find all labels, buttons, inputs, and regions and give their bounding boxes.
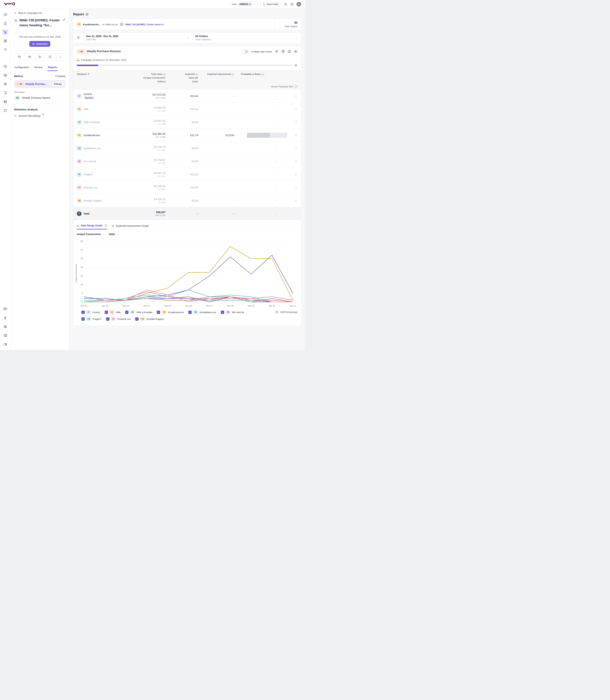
row-menu-icon[interactable]: [294, 199, 298, 202]
tab-expected-improvement-graph[interactable]: Expected Improvement Graph: [112, 224, 149, 229]
health-heart-icon[interactable]: [275, 50, 278, 53]
checkbox-checked-icon[interactable]: ✓: [188, 311, 192, 314]
row-menu-icon[interactable]: [294, 134, 298, 137]
user-avatar[interactable]: [296, 2, 301, 6]
legend-item-v2[interactable]: ✓V2Hilfe & Kontakt: [125, 310, 152, 314]
checkbox-checked-icon[interactable]: ✓: [106, 317, 109, 321]
metric-name[interactable]: Shopify Purchase Revenue: [87, 50, 121, 53]
sidebar-item-browser-history[interactable]: [2, 333, 9, 338]
info-icon[interactable]: ?: [295, 85, 298, 88]
graph-metric-dropdown[interactable]: Unique Conversions: [77, 233, 104, 236]
in-depth-toggle[interactable]: [242, 50, 248, 53]
table-row-v6[interactable]: V6Fragen? €6,657.7025 / 553 €12.04 - -: [73, 168, 301, 181]
row-menu-icon[interactable]: [294, 95, 298, 97]
tab-date-range-graph[interactable]: Date Range Graph?: [77, 224, 107, 229]
screen-rollout-icon: [3, 91, 7, 95]
gear-icon[interactable]: [294, 50, 298, 53]
account-switcher[interactable]: Inne #996036: [230, 1, 258, 7]
sidebar-item-settings[interactable]: [2, 324, 9, 329]
sidebar-item-personalize[interactable]: [2, 38, 9, 44]
table-row-v1[interactable]: V1Hilfe €3,954.3016 / 380 €10.41 - -: [73, 103, 301, 116]
copy-icon[interactable]: [249, 3, 251, 5]
play-circle-icon[interactable]: [85, 13, 89, 16]
legend-item-v4[interactable]: ✓V4Kontaktiere uns: [188, 310, 216, 314]
history-button[interactable]: [45, 53, 55, 60]
row-menu-icon[interactable]: [294, 173, 298, 176]
sidebar-item-deploy[interactable]: [2, 64, 9, 69]
legend-item-v8[interactable]: ✓V8Kontakt-Support: [135, 317, 164, 321]
info-icon[interactable]: ?: [261, 74, 264, 76]
row-menu-icon[interactable]: [294, 186, 298, 189]
back-to-campaigns-link[interactable]: Back to campaigns list: [14, 12, 65, 14]
row-menu-icon[interactable]: [294, 147, 298, 150]
sidebar-item-rollouts[interactable]: [2, 90, 9, 96]
sidebar-item-collapse-panel[interactable]: [2, 342, 9, 347]
sidebar-item-dashboard[interactable]: [2, 12, 9, 17]
pie-chart-icon[interactable]: [281, 50, 285, 53]
table-row-v2[interactable]: V2Hilfe & Kontakt €2,641.309 / 398 €6.64…: [73, 116, 301, 129]
sidebar-item-data[interactable]: [2, 99, 9, 105]
need-help-button[interactable]: Need Help?: [261, 2, 281, 7]
graph-interval-dropdown[interactable]: Daily: [109, 233, 118, 236]
table-row-control[interactable]: CControlBaseline €27,072.20112 / 2,592 €…: [73, 90, 301, 103]
date-filter[interactable]: Nov 21, 2025 - Dec 01, 2025 Date Filter: [83, 33, 192, 43]
legend-item-v6[interactable]: ✓V6Fragen?: [81, 317, 101, 321]
more-options-button[interactable]: [55, 53, 65, 60]
checkbox-checked-icon[interactable]: ✓: [105, 311, 108, 314]
secondary-metric-item[interactable]: M2 Shopify Checkout Started: [14, 95, 65, 100]
archive-button[interactable]: [14, 53, 25, 60]
checkbox-checked-icon[interactable]: ✓: [125, 311, 128, 314]
tab-reports[interactable]: Reports: [47, 64, 58, 71]
activity-pulse-icon[interactable]: [284, 2, 287, 6]
unarchive-button[interactable]: Unarchive: [29, 41, 50, 47]
email-report-button[interactable]: [25, 53, 35, 60]
bell-icon[interactable]: [290, 2, 294, 6]
sidebar-item-quick-actions[interactable]: [2, 315, 9, 321]
row-menu-icon[interactable]: [294, 121, 298, 124]
checkbox-checked-icon[interactable]: ✓: [135, 317, 139, 321]
tab-configuration[interactable]: Configuration: [14, 64, 30, 71]
table-row-v8[interactable]: V8Kontakt-Support €4,934.7019 / 532 €9.2…: [73, 194, 301, 207]
sidebar-item-campaign-cards[interactable]: [2, 73, 9, 78]
table-row-v3[interactable]: V3Kundenservice €32,992.40132 / 2,589 €1…: [73, 129, 301, 142]
checkbox-checked-icon[interactable]: ✓: [221, 311, 224, 314]
sidebar-item-goals[interactable]: [2, 81, 9, 87]
primary-metric-item[interactable]: M1 Shopify Purchas... Primary: [14, 80, 65, 88]
table-row-v7[interactable]: V7Erreiche uns €4,198.9017 / 383 €10.96 …: [73, 181, 301, 194]
info-icon[interactable]: ?: [195, 74, 198, 76]
session-recordings-link[interactable]: Session Recordings: [14, 114, 65, 117]
legend-item-v1[interactable]: ✓V1Hilfe: [105, 310, 121, 314]
currency-selector[interactable]: € EUR (Currency): [275, 310, 298, 314]
info-icon[interactable]: ?: [105, 224, 107, 227]
book-icon[interactable]: [288, 50, 291, 53]
legend-item-control[interactable]: ✓CControl: [81, 310, 100, 314]
sidebar-item-tutorials[interactable]: [2, 306, 9, 312]
info-icon[interactable]: ?: [163, 74, 165, 76]
filter-funnel-icon[interactable]: [87, 73, 90, 75]
col-variations[interactable]: Variations: [77, 73, 127, 76]
compare-link[interactable]: Compare: [55, 75, 65, 78]
sidebar-item-split-url[interactable]: [2, 47, 9, 52]
visitor-segments-filter[interactable]: All Visitors Visitor Segments: [192, 33, 301, 43]
col-expected-value: Expected?value pervisitor: [165, 73, 198, 83]
tab-review[interactable]: Review: [34, 64, 43, 71]
edit-pencil-icon[interactable]: [63, 18, 65, 21]
campaign-link[interactable]: INNE-728 [HOME]: Footer menu h...: [125, 23, 165, 26]
row-menu-icon[interactable]: [294, 108, 298, 111]
trend-chart-icon: [112, 224, 114, 227]
info-icon[interactable]: ?: [231, 74, 234, 76]
sidebar-item-planner[interactable]: [2, 108, 9, 113]
table-row-v4[interactable]: V4Kontaktiere uns €3,106.7012 / 366 €8.4…: [73, 142, 301, 155]
legend-item-v3[interactable]: ✓V3Kundenservice: [157, 310, 184, 314]
sidebar-item-ab-testing[interactable]: AB: [2, 29, 9, 35]
checkbox-checked-icon[interactable]: ✓: [81, 311, 85, 314]
row-menu-icon[interactable]: [294, 160, 298, 163]
legend-item-v5[interactable]: ✓V5Wir sind da: [221, 310, 244, 314]
checkbox-checked-icon[interactable]: ✓: [157, 311, 160, 314]
sidebar-item-lab[interactable]: [2, 20, 9, 26]
legend-item-v7[interactable]: ✓V7Erreiche uns: [106, 317, 131, 321]
bell-icon[interactable]: [294, 64, 298, 67]
checkbox-checked-icon[interactable]: ✓: [81, 317, 85, 321]
duplicate-button[interactable]: [35, 53, 45, 60]
table-row-v5[interactable]: V5Wir sind da €3,749.0016 / 392 €9.56 - …: [73, 155, 301, 168]
